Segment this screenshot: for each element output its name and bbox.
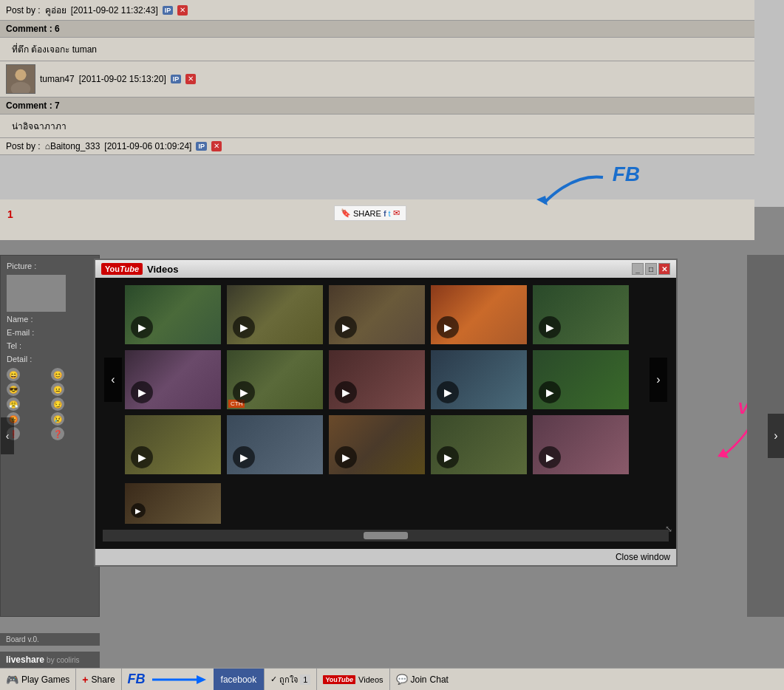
yt-videos-btn[interactable]: YouTube Videos: [317, 669, 389, 690]
liveshare-sub: by cooliris: [47, 656, 79, 664]
emo-8[interactable]: 😢: [51, 412, 64, 426]
video-thumb-12[interactable]: ▶: [227, 415, 323, 474]
video-thumb-11[interactable]: ▶: [125, 415, 221, 474]
share-email-icon: ✉: [393, 208, 400, 218]
right-panel: ›: [747, 255, 784, 617]
video-thumb-14[interactable]: ▶: [431, 415, 527, 474]
modal-minimize-btn[interactable]: _: [632, 263, 644, 275]
emo-1[interactable]: 😄: [7, 368, 20, 381]
play-btn-9[interactable]: ▶: [437, 381, 459, 403]
share-label-bottom: Share: [92, 674, 115, 685]
ip-icon-2[interactable]: IP: [196, 142, 207, 151]
modal-controls: _ □ ✕: [632, 263, 670, 275]
emo-10[interactable]: ❓: [51, 427, 64, 440]
play-btn-8[interactable]: ▶: [335, 381, 357, 403]
ip-icon-tuman[interactable]: IP: [171, 75, 182, 83]
video-thumb-2[interactable]: ▶: [227, 285, 323, 344]
left-panel: Picture : Name : E-mail : Tel : Detail :…: [0, 255, 100, 617]
post-datetime-1: [2011-09-02 11:32:43]: [71, 5, 158, 16]
ip-icon-1[interactable]: IP: [163, 6, 174, 15]
video-thumb-7[interactable]: CTH ▶: [227, 350, 323, 409]
svg-point-1: [15, 69, 26, 81]
close-post-1[interactable]: ✕: [177, 5, 188, 16]
modal-footer[interactable]: Close window: [95, 549, 676, 565]
play-btn-5[interactable]: ▶: [539, 316, 561, 338]
emo-5[interactable]: 😤: [7, 397, 20, 411]
video-thumb-15[interactable]: ▶: [533, 415, 629, 474]
comment-7-content: น่าอิจฉาภาภา: [0, 115, 754, 138]
video-grid: ▶ ▶ ▶ ▶ ▶: [103, 285, 669, 474]
page-number: 1: [7, 208, 13, 220]
close-window-label[interactable]: Close window: [616, 552, 670, 562]
fb-arrow-annotation: [529, 170, 618, 214]
post-by-label-2: Post by :: [6, 141, 41, 151]
video-thumb-16[interactable]: ▶: [125, 483, 221, 524]
close-tuman[interactable]: ✕: [185, 74, 196, 84]
emo-3[interactable]: 😎: [7, 383, 20, 396]
resize-icon[interactable]: ⤡: [665, 524, 672, 534]
post-by-label: Post by :: [6, 5, 41, 16]
play-btn-12[interactable]: ▶: [233, 446, 255, 468]
play-btn-15[interactable]: ▶: [539, 446, 561, 468]
modal-close-btn[interactable]: ✕: [658, 263, 670, 275]
avatar-tuman47: [6, 64, 35, 94]
play-btn-16[interactable]: ▶: [131, 503, 146, 518]
bottom-toolbar: 🎮 Play Games + Share FB facebook ✓ ถูกใจ…: [0, 668, 784, 690]
yt-videos-label: Videos: [358, 675, 383, 684]
video-thumb-3[interactable]: ▶: [329, 285, 425, 344]
play-btn-4[interactable]: ▶: [437, 316, 459, 338]
scrollbar-area[interactable]: [103, 530, 669, 542]
play-btn-11[interactable]: ▶: [131, 446, 153, 468]
video-thumb-4[interactable]: ▶: [431, 285, 527, 344]
play-btn-2[interactable]: ▶: [233, 316, 255, 338]
liveshare-area: liveshare by cooliris: [0, 652, 100, 668]
join-chat-btn[interactable]: 💬 Join Chat: [390, 669, 454, 690]
youtube-logo: YouTube: [101, 263, 143, 275]
facebook-label: facebook: [221, 674, 257, 685]
play-btn-3[interactable]: ▶: [335, 316, 357, 338]
video-thumb-13[interactable]: ▶: [329, 415, 425, 474]
forum-area: Post by : คูอ่อย [2011-09-02 11:32:43] I…: [0, 0, 754, 155]
like-label: ถูกใจ: [279, 673, 298, 686]
play-btn-13[interactable]: ▶: [335, 446, 357, 468]
grid-nav-left[interactable]: ‹: [104, 358, 122, 402]
share-bookmark-icon: 🔖: [341, 208, 351, 218]
emo-6[interactable]: 😏: [51, 397, 64, 411]
share-button[interactable]: 🔖 SHARE f t ✉: [334, 205, 406, 221]
post-author-2: ⌂Baitong_333: [45, 141, 100, 151]
game-icon: 🎮: [6, 674, 18, 686]
video-thumb-10[interactable]: ▶: [533, 350, 629, 409]
share-btn-bottom[interactable]: + Share: [76, 669, 121, 690]
comment-6-header: Comment : 6: [0, 21, 754, 38]
scrollbar-thumb[interactable]: [364, 532, 408, 539]
facebook-btn[interactable]: facebook: [214, 669, 265, 690]
name-label: Name :: [7, 315, 93, 324]
modal-maximize-btn[interactable]: □: [645, 263, 657, 275]
play-btn-14[interactable]: ▶: [437, 446, 459, 468]
share-fb-icon: f: [384, 209, 386, 218]
right-nav-arrow[interactable]: ›: [768, 414, 784, 458]
play-btn-6[interactable]: ▶: [131, 381, 153, 403]
video-thumb-9[interactable]: ▶: [431, 350, 527, 409]
svg-marker-3: [536, 196, 548, 205]
picture-placeholder: [7, 275, 66, 312]
left-nav-arrow[interactable]: ‹: [1, 417, 14, 454]
video-thumb-8[interactable]: ▶: [329, 350, 425, 409]
play-btn-1[interactable]: ▶: [131, 316, 153, 338]
play-btn-7[interactable]: ▶: [233, 381, 255, 403]
svg-marker-5: [197, 675, 206, 684]
video-thumb-5[interactable]: ▶: [533, 285, 629, 344]
like-btn[interactable]: ✓ ถูกใจ 1: [265, 669, 317, 690]
play-games-btn[interactable]: 🎮 Play Games: [0, 669, 76, 690]
emo-4[interactable]: 😐: [51, 383, 64, 396]
like-count: 1: [300, 674, 310, 685]
play-btn-10[interactable]: ▶: [539, 381, 561, 403]
video-thumb-6[interactable]: ▶: [125, 350, 221, 409]
detail-label: Detail :: [7, 355, 93, 363]
grid-nav-right[interactable]: ›: [650, 358, 667, 402]
play-games-label: Play Games: [21, 674, 69, 685]
username-tuman47: tuman47: [40, 74, 75, 84]
close-post-2[interactable]: ✕: [211, 141, 222, 151]
video-thumb-1[interactable]: ▶: [125, 285, 221, 344]
emo-2[interactable]: 😊: [51, 368, 64, 381]
